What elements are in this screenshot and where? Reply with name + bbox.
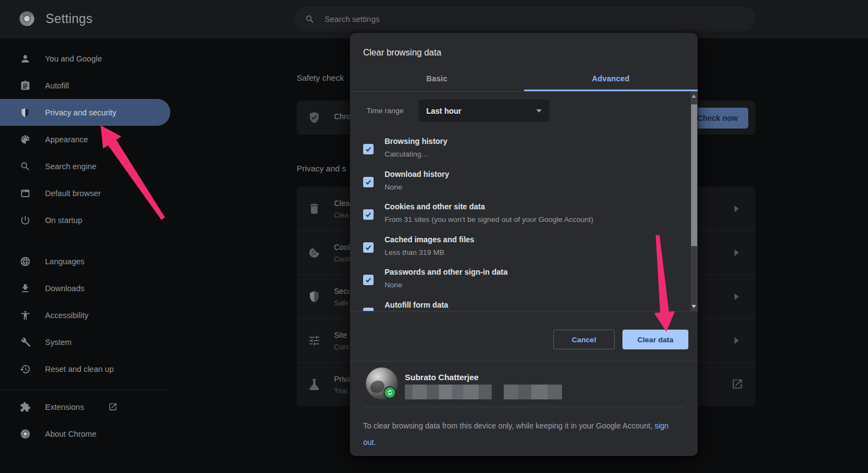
sidebar-item-appearance[interactable]: Appearance: [0, 126, 170, 153]
sidebar-item-label: Extensions: [45, 403, 84, 411]
sidebar-item-privacy-and-security[interactable]: Privacy and security: [0, 99, 170, 126]
divider: [350, 361, 698, 361]
scroll-down-icon[interactable]: [692, 305, 696, 308]
external-link-icon: [731, 378, 743, 390]
sidebar-item-label: Downloads: [45, 284, 85, 293]
appearance-icon: [20, 134, 31, 145]
scroll-up-icon[interactable]: [692, 94, 696, 98]
list-item-download-history: Download history None: [350, 169, 688, 198]
site-settings-icon: [308, 334, 321, 347]
row-title-fragment: Secu: [334, 287, 352, 296]
on-startup-icon: [20, 215, 31, 226]
extensions-icon: [20, 402, 31, 413]
chevron-right-icon: [735, 249, 739, 256]
trash-icon: [308, 202, 321, 215]
downloads-icon: [20, 283, 31, 294]
sidebar-item-about-chrome[interactable]: About Chrome: [0, 420, 170, 447]
item-detail: Calculating…: [385, 150, 429, 158]
cookies-checkbox[interactable]: [363, 209, 374, 220]
dialog-footer-note: To clear browsing data from this device …: [363, 418, 679, 450]
sidebar-item-extensions[interactable]: Extensions: [0, 393, 170, 420]
sync-badge-icon: [383, 386, 396, 399]
external-link-icon: [108, 402, 118, 411]
sidebar-item-you-and-google[interactable]: You and Google: [0, 45, 170, 72]
row-subtitle-fragment: Safe: [334, 299, 349, 307]
flask-icon: [308, 378, 321, 391]
safety-check-text-fragment: Chro: [334, 112, 350, 121]
dialog-tabs: Basic Advanced: [350, 66, 698, 91]
cancel-button[interactable]: Cancel: [553, 330, 615, 349]
sidebar-item-label: About Chrome: [45, 430, 97, 438]
privacy-shield-icon: [20, 107, 31, 118]
system-icon: [20, 337, 31, 348]
sidebar-item-on-startup[interactable]: On startup: [0, 207, 170, 233]
sidebar-item-search-engine[interactable]: Search engine: [0, 153, 170, 180]
list-item-cookies: Cookies and other site data From 31 site…: [350, 201, 688, 231]
sidebar-item-autofill[interactable]: Autofill: [0, 72, 170, 99]
chrome-icon: [20, 429, 31, 439]
sidebar-item-system[interactable]: System: [0, 329, 170, 355]
list-item-passwords: Passwords and other sign-in data None: [350, 266, 688, 296]
passwords-checkbox[interactable]: [363, 275, 374, 285]
row-subtitle-fragment: Trial: [334, 387, 348, 395]
sidebar-item-label: Privacy and security: [45, 108, 116, 117]
row-subtitle-fragment: Cont: [334, 343, 349, 351]
list-item-browsing-history: Browsing history Calculating…: [350, 136, 688, 165]
sidebar-item-label: Languages: [45, 257, 85, 266]
divider: [363, 407, 685, 407]
download-history-checkbox[interactable]: [363, 177, 374, 187]
item-detail: None: [385, 281, 402, 289]
item-detail: None: [385, 183, 402, 191]
list-item-cached-images: Cached images and files Less than 319 MB: [350, 234, 688, 264]
scrollbar-thumb[interactable]: [691, 104, 697, 246]
footer-suffix: .: [374, 438, 376, 447]
clear-data-button[interactable]: Clear data: [622, 330, 688, 349]
redacted-email: [405, 385, 492, 399]
sidebar-item-label: On startup: [45, 216, 82, 225]
dialog-title: Clear browsing data: [363, 48, 441, 58]
sidebar-item-label: Default browser: [45, 189, 101, 198]
sidebar-item-label: Appearance: [45, 135, 88, 144]
sidebar-item-label: System: [45, 338, 71, 347]
sidebar-spacer: [0, 233, 170, 248]
cached-images-checkbox[interactable]: [363, 242, 374, 253]
footer-text: To clear browsing data from this device …: [363, 421, 654, 430]
shield-check-icon: [308, 111, 321, 124]
item-label: Cookies and other site data: [385, 202, 485, 211]
autofill-icon: [20, 80, 31, 91]
chrome-settings-page: Settings Search settings You and Google …: [0, 0, 868, 473]
chevron-right-icon: [735, 205, 739, 212]
sidebar-item-reset-and-clean-up[interactable]: Reset and clean up: [0, 355, 170, 382]
redacted-text: [504, 385, 562, 399]
settings-sidebar: You and Google Autofill Privacy and secu…: [0, 38, 170, 473]
sidebar-item-label: Reset and clean up: [45, 365, 114, 374]
item-label: Passwords and other sign-in data: [385, 268, 508, 276]
security-shield-icon: [308, 290, 321, 303]
search-engine-icon: [20, 161, 31, 172]
dialog-scrollbar[interactable]: [691, 92, 698, 311]
row-subtitle-fragment: Cook: [334, 255, 350, 263]
tab-advanced[interactable]: Advanced: [524, 66, 698, 91]
cookie-icon: [308, 246, 321, 259]
sidebar-item-default-browser[interactable]: Default browser: [0, 180, 170, 207]
list-item-autofill-form-data: Autofill form data: [350, 299, 688, 311]
search-settings-input[interactable]: Search settings: [294, 7, 755, 31]
sidebar-item-downloads[interactable]: Downloads: [0, 275, 170, 302]
search-icon: [305, 14, 315, 24]
sidebar-item-languages[interactable]: Languages: [0, 248, 170, 275]
safety-check-heading: Safety check: [297, 73, 344, 82]
reset-icon: [20, 364, 31, 375]
sidebar-item-label: Autofill: [45, 81, 69, 90]
sidebar-item-accessibility[interactable]: Accessibility: [0, 302, 170, 329]
data-types-list: Browsing history Calculating… Download h…: [350, 92, 688, 311]
clear-browsing-data-dialog: Clear browsing data Basic Advanced Time …: [350, 33, 698, 456]
item-label: Browsing history: [385, 137, 447, 146]
privacy-security-heading: Privacy and s: [297, 164, 346, 173]
chevron-right-icon: [735, 293, 739, 300]
sidebar-item-label: Search engine: [45, 162, 97, 171]
browsing-history-checkbox[interactable]: [363, 144, 374, 154]
item-detail: From 31 sites (you won't be signed out o…: [385, 215, 593, 224]
item-label: Cached images and files: [385, 235, 474, 244]
brand: Settings: [18, 10, 93, 27]
tab-basic[interactable]: Basic: [350, 66, 524, 91]
